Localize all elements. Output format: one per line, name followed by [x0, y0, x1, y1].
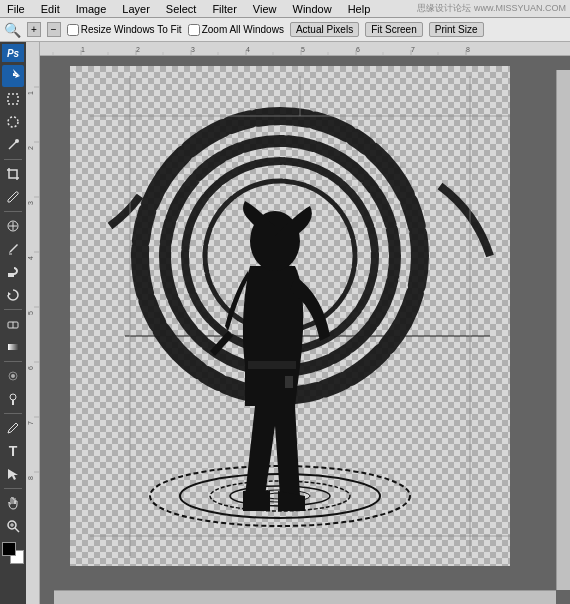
- magic-wand-tool[interactable]: [2, 134, 24, 156]
- svg-marker-19: [8, 469, 18, 480]
- svg-text:7: 7: [27, 421, 34, 425]
- svg-text:5: 5: [301, 46, 305, 53]
- ps-badge: Ps: [2, 44, 24, 62]
- path-selection-tool[interactable]: [2, 463, 24, 485]
- svg-text:5: 5: [27, 311, 34, 315]
- menu-file[interactable]: File: [4, 3, 28, 15]
- svg-text:3: 3: [191, 46, 195, 53]
- tool-separator-3: [4, 309, 22, 310]
- svg-text:1: 1: [81, 46, 85, 53]
- zoom-out-icon: −: [47, 22, 61, 37]
- tool-separator-2: [4, 211, 22, 212]
- svg-rect-78: [248, 361, 296, 369]
- svg-text:7: 7: [411, 46, 415, 53]
- tool-separator-6: [4, 488, 22, 489]
- svg-point-17: [10, 394, 16, 400]
- menu-select[interactable]: Select: [163, 3, 200, 15]
- horizontal-scrollbar[interactable]: [54, 590, 556, 604]
- svg-rect-14: [8, 344, 18, 350]
- tool-separator-1: [4, 159, 22, 160]
- menu-window[interactable]: Window: [290, 3, 335, 15]
- pen-tool[interactable]: [2, 417, 24, 439]
- eyedropper-tool[interactable]: [2, 186, 24, 208]
- history-tool[interactable]: [2, 284, 24, 306]
- menu-image[interactable]: Image: [73, 3, 110, 15]
- print-size-button[interactable]: Print Size: [429, 22, 484, 37]
- zoom-all-windows-checkbox[interactable]: Zoom All Windows: [188, 24, 284, 36]
- watermark: 思缘设计论坛 www.MISSYUAN.COM: [417, 2, 566, 15]
- foreground-color-swatch[interactable]: [2, 542, 16, 556]
- healing-tool[interactable]: [2, 215, 24, 237]
- fit-screen-button[interactable]: Fit Screen: [365, 22, 423, 37]
- gradient-tool[interactable]: [2, 336, 24, 358]
- svg-text:8: 8: [27, 476, 34, 480]
- svg-rect-49: [26, 42, 40, 604]
- blur-tool[interactable]: [2, 365, 24, 387]
- tool-separator-4: [4, 361, 22, 362]
- canvas-wrapper: [40, 56, 570, 604]
- menu-layer[interactable]: Layer: [119, 3, 153, 15]
- menu-help[interactable]: Help: [345, 3, 374, 15]
- canvas-area[interactable]: 1 2 3 4 5 6 7 8: [26, 42, 570, 604]
- svg-point-16: [11, 374, 15, 378]
- svg-rect-24: [26, 42, 570, 56]
- dodge-tool[interactable]: [2, 388, 24, 410]
- svg-text:8: 8: [466, 46, 470, 53]
- hand-tool[interactable]: [2, 492, 24, 514]
- svg-text:6: 6: [356, 46, 360, 53]
- svg-point-5: [15, 139, 19, 143]
- svg-text:2: 2: [136, 46, 140, 53]
- svg-rect-10: [8, 273, 14, 277]
- svg-text:4: 4: [246, 46, 250, 53]
- resize-windows-checkbox[interactable]: Resize Windows To Fit: [67, 24, 182, 36]
- svg-text:2: 2: [27, 146, 34, 150]
- menu-edit[interactable]: Edit: [38, 3, 63, 15]
- svg-rect-79: [285, 376, 293, 388]
- options-bar: 🔍 + − Resize Windows To Fit Zoom All Win…: [0, 18, 570, 42]
- menu-filter[interactable]: Filter: [209, 3, 239, 15]
- tool-separator-5: [4, 413, 22, 414]
- svg-text:3: 3: [27, 201, 34, 205]
- main-area: Ps: [0, 42, 570, 604]
- svg-text:1: 1: [27, 91, 34, 95]
- vertical-scrollbar[interactable]: [556, 70, 570, 590]
- svg-point-3: [8, 117, 18, 127]
- zoom-tool-icon: 🔍: [4, 22, 21, 38]
- tool-panel: Ps: [0, 42, 26, 604]
- zoom-tool[interactable]: [2, 515, 24, 537]
- crop-tool[interactable]: [2, 163, 24, 185]
- eraser-tool[interactable]: [2, 313, 24, 335]
- actual-pixels-button[interactable]: Actual Pixels: [290, 22, 359, 37]
- lasso-tool[interactable]: [2, 111, 24, 133]
- menu-bar: File Edit Image Layer Select Filter View…: [0, 0, 570, 18]
- brush-tool[interactable]: [2, 238, 24, 260]
- move-tool[interactable]: [2, 65, 24, 87]
- ruler-horizontal: 1 2 3 4 5 6 7 8: [26, 42, 570, 56]
- marquee-tool[interactable]: [2, 88, 24, 110]
- artwork-canvas: [70, 66, 510, 566]
- svg-line-21: [15, 528, 19, 532]
- svg-text:4: 4: [27, 256, 34, 260]
- type-tool[interactable]: T: [2, 440, 24, 462]
- clone-tool[interactable]: [2, 261, 24, 283]
- zoom-in-icon: +: [27, 22, 41, 37]
- svg-text:6: 6: [27, 366, 34, 370]
- svg-marker-11: [8, 292, 11, 296]
- ruler-vertical: 1 2 3 4 5 6 7 8: [26, 42, 40, 604]
- menu-view[interactable]: View: [250, 3, 280, 15]
- svg-rect-2: [8, 94, 18, 104]
